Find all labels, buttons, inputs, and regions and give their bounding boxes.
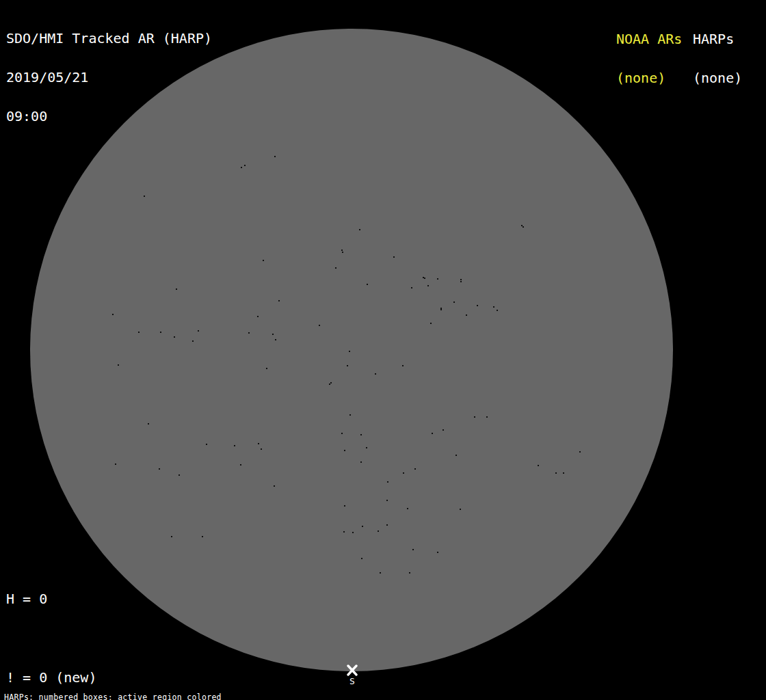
speck-dot	[138, 332, 140, 333]
speck-dot	[330, 382, 332, 383]
speck-dot	[244, 165, 246, 166]
speck-dot	[443, 429, 444, 431]
speck-dot	[274, 485, 275, 487]
speck-dot	[409, 572, 410, 574]
speck-dot	[248, 332, 250, 334]
speck-dot	[437, 552, 438, 553]
speck-dot	[412, 549, 414, 550]
speck-dot	[206, 444, 207, 445]
speck-dot	[403, 472, 404, 474]
speck-dot	[359, 229, 360, 230]
speck-dot	[427, 285, 429, 286]
speck-dot	[352, 532, 354, 533]
speck-dot	[453, 301, 455, 303]
page-title: SDO/HMI Tracked AR (HARP)	[6, 32, 212, 45]
speck-dot	[497, 310, 498, 311]
speck-dot	[455, 455, 457, 456]
footnote-harps: HARPs: numbered boxes; active region col…	[4, 693, 291, 700]
speck-dot	[375, 373, 376, 375]
speck-dot	[347, 365, 348, 366]
speck-dot	[493, 306, 494, 308]
speck-dot	[115, 463, 116, 465]
time-label: 09:00	[6, 110, 212, 123]
harps-status: HARPs (none)	[693, 7, 742, 111]
speck-dot	[341, 433, 343, 434]
speck-dot	[198, 330, 199, 332]
legend-harp-count: H = 0	[6, 593, 163, 606]
speck-dot	[144, 196, 145, 197]
speck-dot	[366, 447, 367, 448]
speck-dot	[414, 468, 416, 470]
speck-dot	[329, 383, 330, 385]
speck-dot	[261, 448, 262, 450]
speck-dot	[118, 364, 119, 366]
speck-dot	[393, 256, 395, 258]
speck-dot	[240, 464, 241, 466]
speck-dot	[343, 531, 345, 533]
speck-dot	[474, 416, 475, 418]
speck-dot	[112, 314, 114, 315]
speck-dot	[319, 325, 320, 326]
speck-dot	[258, 443, 259, 444]
speck-dot	[437, 278, 438, 280]
speck-dot	[361, 558, 362, 559]
speck-dot	[192, 340, 194, 342]
speck-dot	[432, 433, 433, 434]
speck-dot	[523, 226, 524, 228]
speck-dot	[176, 288, 177, 290]
speck-dot	[424, 278, 425, 279]
speck-dot	[579, 451, 581, 453]
speck-dot	[386, 524, 388, 526]
speck-dot	[234, 445, 235, 446]
speck-dot	[266, 368, 267, 369]
speck-dot	[411, 287, 412, 288]
harps-label: HARPs	[693, 33, 742, 46]
speck-dot	[563, 472, 564, 474]
speck-dot	[402, 365, 404, 366]
noaa-ars-status: NOAA ARs (none)	[616, 7, 682, 111]
speck-dot	[360, 461, 362, 463]
speck-dot	[460, 281, 462, 282]
date-label: 2019/05/21	[6, 71, 212, 84]
speck-dot	[275, 339, 276, 340]
speck-dot	[174, 336, 175, 338]
speck-dot	[257, 316, 259, 317]
legend-spacer	[6, 632, 163, 645]
cross-icon	[346, 664, 358, 676]
speck-dot	[460, 509, 461, 510]
speck-dot	[179, 474, 180, 476]
speck-dot	[477, 305, 478, 306]
speck-dot	[407, 508, 408, 509]
speck-dot	[341, 250, 343, 251]
speck-dot	[360, 434, 362, 435]
speck-dot	[202, 536, 203, 537]
speck-dot	[335, 267, 336, 269]
solar-harp-map: SDO/HMI Tracked AR (HARP) 2019/05/21 09:…	[0, 0, 766, 700]
noaa-ars-value: (none)	[616, 72, 682, 85]
speck-dot	[171, 536, 172, 537]
speck-dot	[349, 414, 351, 416]
speck-dot	[272, 334, 274, 335]
speck-dot	[159, 468, 160, 470]
speck-dot	[160, 332, 161, 333]
speck-dot	[387, 481, 388, 483]
south-pole-marker: S	[345, 664, 359, 686]
harps-value: (none)	[693, 72, 742, 85]
speck-dot	[278, 300, 280, 301]
speck-dot	[430, 323, 432, 324]
speck-dot	[362, 526, 363, 527]
speck-dot	[263, 260, 264, 261]
speck-dot	[378, 530, 379, 532]
south-pole-label: S	[345, 677, 359, 686]
speck-dot	[555, 472, 557, 474]
speck-dot	[342, 252, 343, 253]
speck-dot	[440, 309, 442, 310]
noaa-ars-label: NOAA ARs	[616, 33, 682, 46]
speck-dot	[486, 416, 488, 418]
speck-dot	[367, 284, 368, 285]
header-block: SDO/HMI Tracked AR (HARP) 2019/05/21 09:…	[6, 6, 212, 149]
footnotes-block: HARPs: numbered boxes; active region col…	[4, 677, 291, 700]
speck-dot	[380, 572, 381, 574]
speck-dot	[344, 450, 345, 451]
speck-dot	[344, 505, 345, 507]
